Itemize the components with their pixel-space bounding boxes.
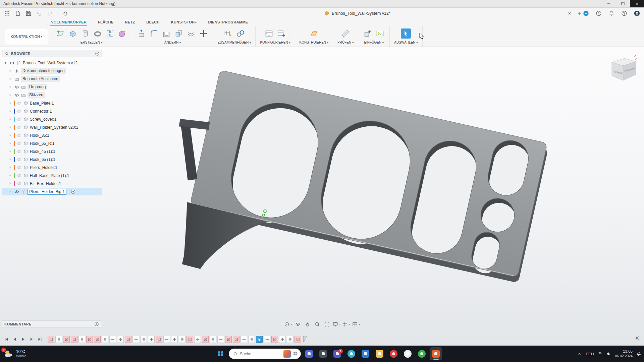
component-label[interactable]: Hook_45 (1):1 bbox=[30, 149, 55, 154]
visibility-eye-off-icon[interactable] bbox=[16, 133, 22, 138]
browser-folder-item[interactable]: Dokumenteinstellungen bbox=[2, 67, 102, 75]
collapse-panel-icon[interactable] bbox=[4, 51, 9, 56]
tab-close-button[interactable] bbox=[566, 9, 574, 17]
expand-closed-icon[interactable] bbox=[7, 173, 13, 178]
config-table-button[interactable] bbox=[264, 28, 274, 39]
tab-dienstprogramme[interactable]: DIENSTPROGRAMME bbox=[207, 19, 249, 26]
browser-component-item[interactable]: Half_Base_Plate (1):1 bbox=[2, 172, 102, 179]
add-comment-icon[interactable] bbox=[94, 322, 99, 326]
save-button[interactable] bbox=[24, 9, 33, 18]
expand-closed-icon[interactable] bbox=[7, 181, 13, 186]
search-grid-icon[interactable] bbox=[293, 351, 299, 357]
apps-grid-button[interactable] bbox=[3, 9, 11, 18]
collapse-all-icon[interactable] bbox=[95, 51, 100, 56]
form-button[interactable] bbox=[117, 28, 127, 39]
grid-snap-button[interactable] bbox=[342, 320, 351, 328]
browser-component-item[interactable]: Hook_65_R:1 bbox=[2, 139, 102, 147]
zoom-button[interactable] bbox=[313, 320, 321, 328]
minimize-button[interactable] bbox=[602, 0, 616, 7]
timeline-feature-sketch[interactable] bbox=[233, 336, 239, 343]
timeline-feature-move[interactable] bbox=[264, 336, 270, 343]
browser-root-item[interactable]: Brunos_Tool_Wall-System v12 bbox=[2, 59, 102, 67]
component-label[interactable]: Bit_Box_Holder:1 bbox=[30, 181, 61, 186]
expand-closed-icon[interactable] bbox=[7, 117, 13, 122]
document-tab[interactable]: Brunos_Tool_Wall-System v12* bbox=[319, 8, 395, 19]
component-label[interactable]: Hook_85:1 bbox=[30, 133, 49, 138]
create-sketch-button[interactable] bbox=[55, 28, 65, 39]
timeline-feature-feature[interactable] bbox=[140, 336, 147, 343]
play-button[interactable] bbox=[19, 336, 27, 343]
browser-header[interactable]: BROWSER bbox=[2, 50, 102, 57]
tab-fläche[interactable]: FLÄCHE bbox=[97, 19, 114, 26]
visibility-eye-icon[interactable] bbox=[14, 93, 19, 98]
construction-plane-button[interactable] bbox=[309, 28, 319, 39]
browser-component-item[interactable]: Hook_85:1 bbox=[2, 131, 102, 139]
fillet-button[interactable] bbox=[149, 28, 159, 39]
timeline-marker[interactable] bbox=[303, 336, 307, 343]
extrude-button[interactable] bbox=[68, 28, 78, 39]
timeline-feature-sketch[interactable] bbox=[186, 336, 193, 343]
timeline-feature-move[interactable] bbox=[117, 336, 124, 343]
visibility-eye-off-icon[interactable] bbox=[16, 149, 22, 154]
job-status-button[interactable] bbox=[582, 9, 590, 18]
expand-closed-icon[interactable] bbox=[7, 165, 13, 170]
timeline-feature-move[interactable] bbox=[132, 336, 139, 343]
timeline-feature-feature[interactable] bbox=[55, 336, 62, 343]
file-menu-button[interactable] bbox=[13, 9, 22, 18]
timeline-feature-feature[interactable] bbox=[102, 336, 108, 343]
sketch-point[interactable] bbox=[263, 214, 265, 217]
timeline-settings-button[interactable] bbox=[634, 335, 640, 342]
timeline-feature-move[interactable] bbox=[240, 336, 247, 343]
timeline-feature-sketch[interactable] bbox=[225, 336, 232, 343]
shell-button[interactable] bbox=[161, 28, 171, 39]
visibility-eye-off-icon[interactable] bbox=[16, 141, 22, 146]
browser-component-item[interactable]: Screw_cover:1 bbox=[2, 115, 102, 123]
tab-volumenkörper[interactable]: VOLUMENKÖRPER bbox=[50, 19, 87, 26]
timeline-feature-feature[interactable] bbox=[179, 336, 185, 343]
timeline-feature-selected[interactable] bbox=[256, 336, 263, 343]
timeline-feature-move[interactable] bbox=[109, 336, 116, 343]
browser-component-item[interactable]: Base_Plate:1 bbox=[2, 99, 102, 107]
sketch-point[interactable] bbox=[264, 210, 266, 213]
timeline-feature-sketch[interactable] bbox=[125, 336, 131, 343]
home-button[interactable] bbox=[61, 9, 70, 18]
ribbon-group-label[interactable]: KONFIGURIEREN bbox=[260, 41, 290, 44]
keyboard-language[interactable]: DEU bbox=[586, 352, 594, 356]
viewports-button[interactable] bbox=[352, 320, 360, 328]
combine-button[interactable] bbox=[174, 28, 184, 39]
taskbar-app-widgets[interactable] bbox=[303, 347, 315, 360]
browser-folder-item[interactable]: Ursprung bbox=[2, 83, 102, 91]
browser-folder-item[interactable]: Benannte Ansichten bbox=[2, 75, 102, 83]
ribbon-group-label[interactable]: PRÜFEN bbox=[337, 41, 354, 44]
timeline-feature-move[interactable] bbox=[217, 336, 224, 343]
expand-closed-icon[interactable] bbox=[7, 84, 13, 90]
volume-icon[interactable] bbox=[606, 351, 611, 356]
component-label[interactable]: Base_Plate:1 bbox=[30, 101, 54, 106]
help-button[interactable] bbox=[620, 9, 629, 18]
timeline-feature-sketch[interactable] bbox=[202, 336, 209, 343]
expand-closed-icon[interactable] bbox=[7, 125, 13, 130]
component-label[interactable]: Pliers_Holder:1 bbox=[30, 165, 57, 170]
component-label[interactable]: Pliers_Holder_Big:1 bbox=[28, 189, 66, 195]
timeline-feature-sketch[interactable] bbox=[48, 336, 54, 343]
browser-component-item[interactable]: Pliers_Holder:1 bbox=[2, 164, 102, 171]
orbit-button[interactable] bbox=[284, 320, 292, 328]
ribbon-group-label[interactable]: ZUSAMMENFÜGEN bbox=[218, 41, 251, 44]
skip-start-button[interactable] bbox=[3, 336, 10, 343]
folder-label[interactable]: Benannte Ansichten bbox=[21, 76, 60, 82]
wifi-icon[interactable] bbox=[597, 351, 602, 356]
workspace-selector[interactable]: KONSTRUKTION bbox=[5, 29, 48, 44]
view-cube[interactable]: VORNE RECHTS -Z bbox=[606, 53, 639, 85]
avatar-button[interactable] bbox=[633, 9, 641, 18]
ribbon-group-label[interactable]: KONSTRUIEREN bbox=[300, 41, 328, 44]
timeline-feature-sketch[interactable] bbox=[294, 336, 301, 343]
taskbar-app-explorer[interactable] bbox=[374, 347, 385, 360]
visibility-eye-off-icon[interactable] bbox=[16, 157, 22, 162]
expand-closed-icon[interactable] bbox=[7, 157, 13, 162]
browser-component-item[interactable]: Connector:1 bbox=[2, 107, 102, 115]
expand-closed-icon[interactable] bbox=[7, 109, 13, 114]
measure-button[interactable] bbox=[340, 28, 351, 39]
redo-button[interactable] bbox=[46, 9, 54, 18]
expand-closed-icon[interactable] bbox=[7, 101, 13, 106]
pan-button[interactable] bbox=[303, 320, 311, 328]
